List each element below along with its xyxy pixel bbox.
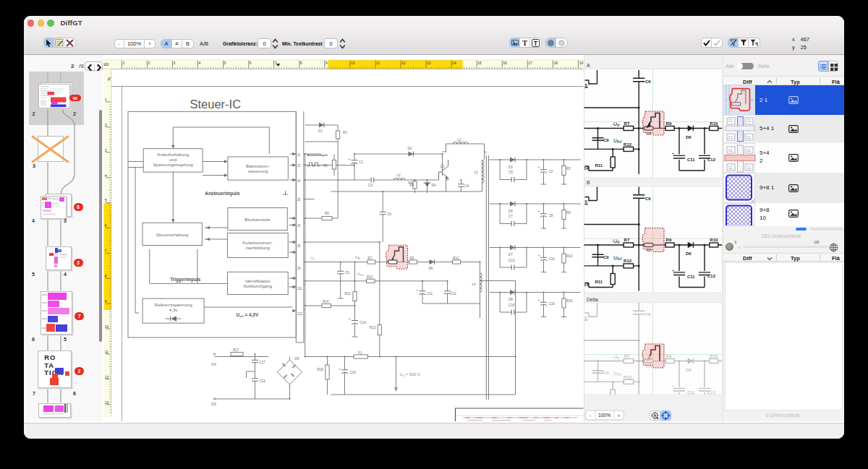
svg-text:C6: C6 — [645, 79, 651, 84]
svg-text:J12: J12 — [297, 312, 302, 316]
svg-text:11: 11 — [376, 61, 380, 65]
svg-text:L4: L4 — [472, 283, 476, 286]
svg-text:+: + — [672, 384, 674, 388]
svg-text:R9: R9 — [665, 121, 671, 126]
svg-text:C13: C13 — [509, 259, 515, 262]
svg-text:C1: C1 — [746, 136, 751, 139]
svg-text:cm: cm — [103, 61, 109, 66]
svg-text:C11: C11 — [427, 292, 433, 296]
svg-text:1: 1 — [122, 61, 124, 65]
svg-text:+: + — [672, 151, 674, 155]
svg-text:19: 19 — [579, 61, 583, 65]
svg-text:L2: L2 — [396, 173, 401, 177]
svg-text:und: und — [169, 157, 176, 162]
svg-text:18: 18 — [553, 61, 558, 65]
svg-text:C15: C15 — [509, 304, 515, 307]
svg-text:Steuerschaltung: Steuerschaltung — [156, 232, 188, 237]
svg-text:Triggerimpuls: Triggerimpuls — [170, 277, 201, 283]
svg-text:R11: R11 — [595, 163, 603, 168]
svg-text:D6: D6 — [686, 368, 692, 372]
svg-text:D3: D3 — [509, 165, 513, 169]
svg-text:J5: J5 — [297, 198, 300, 202]
svg-text:+: + — [617, 413, 620, 418]
svg-text:R16: R16 — [566, 299, 573, 303]
svg-text:L1: L1 — [457, 138, 461, 142]
svg-text:C12: C12 — [707, 274, 716, 278]
svg-text:R18: R18 — [317, 368, 323, 371]
svg-text:8: 8 — [299, 61, 302, 65]
svg-text:D2: D2 — [407, 147, 412, 150]
svg-text:+: + — [537, 254, 540, 257]
svg-text:12: 12 — [401, 61, 406, 65]
svg-text:L3: L3 — [474, 171, 478, 174]
svg-text:C9: C9 — [603, 371, 609, 375]
svg-text:Anlaufschaltung: Anlaufschaltung — [157, 152, 190, 157]
svg-text:13: 13 — [104, 400, 109, 405]
svg-text:2: 2 — [104, 123, 106, 127]
svg-text:R9: R9 — [665, 354, 671, 358]
svg-text:C17: C17 — [259, 361, 265, 364]
svg-text:D8: D8 — [509, 298, 513, 301]
svg-text:+: + — [672, 268, 674, 272]
svg-text:Q1: Q1 — [440, 165, 445, 168]
svg-text:D1: D1 — [318, 129, 323, 133]
svg-text:J6: J6 — [297, 224, 300, 228]
svg-text:14: 14 — [452, 61, 456, 65]
svg-text:Spannungsregelung: Spannungsregelung — [153, 162, 193, 167]
svg-text:C7: C7 — [509, 215, 513, 218]
svg-text:5: 5 — [104, 198, 106, 202]
svg-text:J15: J15 — [210, 403, 216, 406]
svg-text:C6: C6 — [387, 212, 391, 216]
svg-text:D7: D7 — [509, 253, 513, 257]
svg-text:R7: R7 — [624, 354, 629, 358]
svg-text:17: 17 — [528, 61, 532, 65]
svg-text:R7: R7 — [367, 257, 372, 260]
svg-text:12: 12 — [104, 375, 109, 379]
svg-text:F1: F1 — [358, 351, 362, 355]
svg-text:C1: C1 — [746, 119, 751, 123]
svg-text:13: 13 — [427, 61, 431, 65]
svg-text:15: 15 — [477, 61, 482, 65]
svg-text:4,3v: 4,3v — [169, 307, 178, 312]
svg-text:C3: C3 — [368, 184, 373, 187]
svg-text:C11: C11 — [687, 158, 695, 162]
svg-text:D6: D6 — [686, 251, 692, 256]
svg-text:Ansteuerimpuls: Ansteuerimpuls — [205, 191, 240, 197]
svg-text:C10: C10 — [548, 257, 555, 261]
svg-text:6: 6 — [104, 223, 106, 228]
svg-text:+: + — [537, 298, 540, 302]
svg-text:J11: J11 — [297, 287, 302, 291]
svg-text:Blockierstufe: Blockierstufe — [244, 217, 271, 222]
svg-text:R6: R6 — [566, 211, 571, 215]
svg-text:1: 1 — [104, 98, 106, 102]
svg-text:10: 10 — [104, 324, 109, 329]
svg-text:R2: R2 — [323, 164, 328, 168]
svg-text:J8: J8 — [297, 244, 300, 248]
svg-text:9: 9 — [325, 61, 327, 65]
svg-text:R10: R10 — [453, 257, 459, 260]
svg-text:steuerung: steuerung — [247, 168, 268, 173]
svg-text:R12: R12 — [624, 375, 632, 379]
svg-text:Kollektorstrom-: Kollektorstrom- — [242, 240, 273, 245]
svg-text:C16: C16 — [548, 302, 555, 306]
svg-text:+: + — [537, 165, 540, 169]
svg-text:C9: C9 — [603, 138, 609, 142]
svg-text:8: 8 — [104, 274, 106, 278]
svg-text:J14: J14 — [210, 363, 216, 366]
svg-text:R11: R11 — [595, 280, 603, 284]
svg-text:Tr: Tr — [483, 151, 487, 155]
svg-text:14: 14 — [584, 283, 589, 287]
svg-text:D6: D6 — [428, 267, 433, 270]
svg-text:6: 6 — [249, 61, 251, 65]
svg-text:3: 3 — [173, 61, 175, 65]
svg-text:D9: D9 — [294, 357, 299, 361]
svg-text:C6: C6 — [645, 312, 651, 317]
svg-text:C11: C11 — [687, 275, 695, 279]
svg-text:R9: R9 — [409, 257, 414, 260]
svg-text:+: + — [339, 367, 341, 371]
svg-text:4: 4 — [198, 61, 200, 65]
svg-text:C1: C1 — [728, 136, 733, 139]
svg-text:C2: C2 — [548, 170, 553, 173]
svg-text:14: 14 — [584, 166, 589, 171]
svg-text:R12: R12 — [624, 259, 632, 263]
